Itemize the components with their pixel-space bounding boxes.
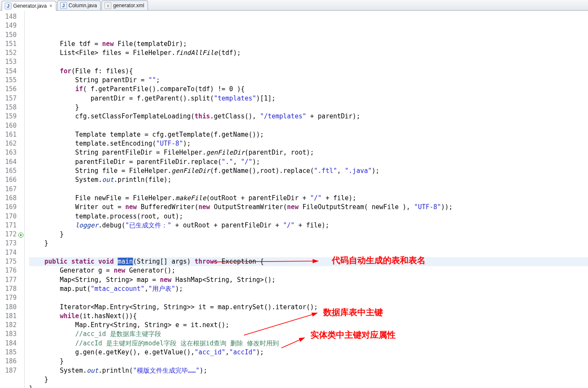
code-line[interactable]: File newFile = FileHelper.makeFile(outRo…	[29, 194, 588, 203]
line-number: 186	[0, 357, 17, 366]
code-line[interactable]: }	[29, 239, 588, 248]
code-line[interactable]: map.put("mtac_account","用户表");	[29, 285, 588, 293]
line-number: 172	[0, 230, 17, 239]
code-line[interactable]: while(it.hasNext()){	[29, 312, 588, 321]
code-line[interactable]	[29, 185, 588, 194]
line-number: 180	[0, 303, 17, 312]
line-number: 174	[0, 248, 17, 257]
line-number: 158	[0, 103, 17, 112]
line-number-gutter: 1481491501511521531541551561571581591601…	[0, 11, 25, 388]
code-line[interactable]: List<File> files = FileHelper.findAllFil…	[29, 49, 588, 57]
run-line-marker-icon[interactable]	[18, 231, 23, 236]
code-line[interactable]: Template template = cfg.getTemplate(f.ge…	[29, 130, 588, 139]
code-editor: 1481491501511521531541551561571581591601…	[0, 11, 588, 388]
code-line[interactable]: logger.debug("已生成文件：" + outRoot + parent…	[29, 221, 588, 230]
tab-label: Generator.java	[13, 3, 47, 9]
line-number: 169	[0, 203, 17, 212]
line-number: 170	[0, 212, 17, 221]
code-line[interactable]: Map<String, String> map = new HashMap<St…	[29, 276, 588, 285]
code-line[interactable]: }	[29, 230, 588, 239]
code-line[interactable]: Map.Entry<String, String> e = it.next();	[29, 321, 588, 330]
code-line[interactable]: }	[29, 357, 588, 366]
java-file-icon	[60, 2, 67, 9]
tab-column-java[interactable]: Column.java	[57, 0, 101, 10]
code-line[interactable]: Writer out = new BufferedWriter(new Outp…	[29, 203, 588, 212]
code-line[interactable]: parentDir = f.getParent().split("templat…	[29, 94, 588, 103]
line-number: 166	[0, 175, 17, 184]
code-line[interactable]	[29, 121, 588, 130]
line-number: 164	[0, 158, 17, 167]
tab-generator-java[interactable]: Generator.java ×	[2, 1, 56, 11]
line-number: 157	[0, 94, 17, 103]
line-number: 153	[0, 57, 17, 66]
line-number: 160	[0, 121, 17, 130]
line-number: 177	[0, 276, 17, 285]
line-number: 187	[0, 366, 17, 375]
code-line[interactable]: cfg.setClassForTemplateLoading(this.getC…	[29, 112, 588, 121]
tab-label: Column.java	[69, 3, 97, 9]
line-number: 185	[0, 348, 17, 357]
line-number: 149	[0, 21, 17, 30]
code-pane[interactable]: File tdf = new File(templateDir); List<F…	[25, 11, 588, 388]
line-number: 152	[0, 49, 17, 57]
close-icon[interactable]: ×	[49, 3, 52, 9]
line-number: 179	[0, 293, 17, 302]
code-line[interactable]: }	[29, 384, 588, 388]
line-number: 165	[0, 167, 17, 175]
code-line[interactable]: String file = FileHelper.genFileDir(f.ge…	[29, 167, 588, 175]
line-number: 184	[0, 339, 17, 348]
code-line[interactable]: if( f.getParentFile().compareTo(tdf) != …	[29, 85, 588, 94]
code-line[interactable]: Generator g = new Generator();	[29, 266, 588, 275]
tab-generator-xml[interactable]: generator.xml	[101, 0, 148, 10]
tab-label: generator.xml	[113, 3, 144, 9]
line-number: 156	[0, 85, 17, 94]
code-line[interactable]: parentFileDir = parentFileDir.replace(".…	[29, 158, 588, 167]
code-line[interactable]: template.process(root, out);	[29, 212, 588, 221]
xml-file-icon	[104, 2, 111, 9]
line-number: 182	[0, 321, 17, 330]
line-number: 163	[0, 148, 17, 157]
code-line[interactable]: //accId 是主键对应的model字段 这在根据id查询 删除 修改时用到	[29, 339, 588, 348]
code-line[interactable]: Iterator<Map.Entry<String, String>> it =…	[29, 303, 588, 312]
line-number: 150	[0, 31, 17, 40]
code-line[interactable]: }	[29, 103, 588, 112]
code-line[interactable]: g.gen(e.getKey(), e.getValue(),"acc_id",…	[29, 348, 588, 357]
code-line[interactable]: for(File f: files){	[29, 67, 588, 76]
line-number: 167	[0, 185, 17, 194]
line-number: 171	[0, 221, 17, 230]
code-line[interactable]: File tdf = new File(templateDir);	[29, 40, 588, 49]
line-number: 183	[0, 330, 17, 339]
code-line[interactable]: String parentDir = "";	[29, 76, 588, 85]
code-line[interactable]: System.out.println("模版文件生成完毕……");	[29, 366, 588, 375]
code-line[interactable]: }	[29, 375, 588, 384]
line-number: 155	[0, 76, 17, 85]
line-number: 148	[0, 12, 17, 21]
line-number: 181	[0, 312, 17, 321]
line-number: 161	[0, 130, 17, 139]
line-number: 168	[0, 194, 17, 203]
line-number: 173	[0, 239, 17, 248]
line-number: 175	[0, 257, 17, 266]
line-number: 178	[0, 285, 17, 293]
code-line[interactable]	[29, 293, 588, 302]
line-number: 176	[0, 266, 17, 275]
line-number: 159	[0, 112, 17, 121]
line-number: 154	[0, 67, 17, 76]
code-line[interactable]: template.setEncoding("UTF-8");	[29, 139, 588, 148]
code-line[interactable]: //acc_id 是数据库主键字段	[29, 330, 588, 339]
line-number: 162	[0, 139, 17, 148]
editor-tabbar: Generator.java × Column.java generator.x…	[0, 0, 588, 11]
code-line[interactable]: public static void main(String[] args) t…	[29, 257, 588, 266]
code-line[interactable]	[29, 248, 588, 257]
code-line[interactable]: String parentFileDir = FileHelper.genFil…	[29, 148, 588, 157]
line-number: 151	[0, 40, 17, 49]
code-line[interactable]: System.out.println(file);	[29, 175, 588, 184]
code-line[interactable]	[29, 57, 588, 66]
java-file-icon	[5, 3, 12, 9]
